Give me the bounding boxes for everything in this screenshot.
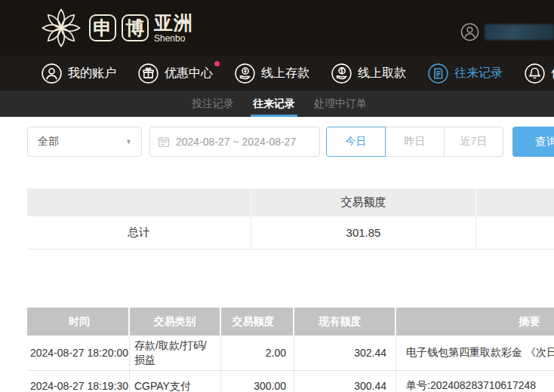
- brand-logo[interactable]: 申 博 亚洲 Shenbo: [38, 5, 193, 51]
- date-range-value: 2024-08-27 ~ 2024-08-27: [176, 136, 296, 148]
- nav-item-promotions[interactable]: 优惠中心: [138, 63, 213, 84]
- column-header-time: 时间: [27, 308, 130, 335]
- filter-bar: 全部 ▼ 2024-08-27 ~ 2024-08-27 今日 昨日 近7日 查…: [27, 127, 554, 157]
- flower-icon: [38, 5, 85, 51]
- nav-item-my-account[interactable]: 我的账户: [42, 63, 116, 84]
- yesterday-button[interactable]: 昨日: [385, 127, 445, 157]
- today-button[interactable]: 今日: [326, 127, 386, 157]
- column-header-balance: 现有额度: [294, 308, 396, 335]
- summary-total-row: 总计 301.85: [27, 216, 554, 250]
- user-account-area[interactable]: [460, 23, 554, 41]
- user-icon: [42, 63, 62, 84]
- nav-label: 信息: [551, 66, 554, 81]
- tab-transaction-records[interactable]: 往来记录: [253, 90, 295, 117]
- record-tabs: 投注记录 往来记录 处理中订单: [0, 90, 554, 117]
- nav-item-messages[interactable]: 信息: [525, 63, 554, 84]
- table-row: 2024-08-27 18:19:30 CGPAY支付 300.00 300.4…: [27, 371, 554, 392]
- cell-summary: 单号:202408283710617248: [396, 371, 554, 392]
- cell-time: 2024-08-27 18:20:00: [27, 335, 130, 370]
- summary-header-spacer: [27, 188, 251, 216]
- cell-amount: 2.00: [221, 335, 294, 370]
- nav-label: 优惠中心: [165, 66, 213, 81]
- table-row: 2024-08-27 18:20:00 存款/取款/打码/损益 2.00 302…: [27, 335, 554, 371]
- column-header-summary: 摘要: [396, 308, 554, 335]
- top-header: 申 博 亚洲 Shenbo: [0, 0, 554, 56]
- tab-pending-orders[interactable]: 处理中订单: [314, 90, 367, 117]
- cell-balance: 300.44: [294, 371, 396, 392]
- deposit-icon: [235, 63, 255, 84]
- logo-subtitle: Shenbo: [154, 34, 193, 43]
- logo-characters: 申 博: [89, 14, 149, 41]
- last7days-button[interactable]: 近7日: [444, 127, 503, 157]
- cell-balance: 302.44: [294, 335, 396, 370]
- cell-amount: 300.00: [221, 371, 294, 392]
- type-select-value: 全部: [38, 135, 59, 149]
- query-button[interactable]: 查询: [512, 127, 554, 157]
- column-header-amount: 交易额度: [221, 308, 294, 335]
- record-icon: [428, 63, 448, 84]
- cell-time: 2024-08-27 18:19:30: [27, 371, 130, 392]
- main-navigation: 我的账户 优惠中心 线上存款: [0, 56, 554, 90]
- nav-item-deposit[interactable]: 线上存款: [235, 63, 309, 84]
- nav-label: 往来记录: [454, 66, 503, 81]
- nav-label: 线上取款: [358, 66, 406, 81]
- logo-char-1: 申: [89, 14, 116, 41]
- summary-table: 交易额度 总计 301.85: [27, 188, 554, 250]
- quick-date-buttons: 今日 昨日 近7日: [326, 127, 503, 157]
- logo-region-text: 亚洲: [154, 14, 193, 32]
- nav-label: 线上存款: [261, 66, 309, 81]
- chevron-down-icon: ▼: [125, 138, 132, 145]
- cell-category: CGPAY支付: [130, 371, 221, 392]
- nav-item-transactions[interactable]: 往来记录: [428, 63, 503, 84]
- nav-item-withdraw[interactable]: 线上取款: [331, 63, 406, 84]
- table-header-row: 时间 交易类别 交易额度 现有额度 摘要: [27, 308, 554, 335]
- column-header-category: 交易类别: [130, 308, 221, 335]
- summary-total-label: 总计: [27, 216, 251, 249]
- nav-label: 我的账户: [68, 66, 116, 81]
- app-window: 申 博 亚洲 Shenbo 我的账户: [0, 0, 554, 392]
- summary-header-amount: 交易额度: [251, 188, 476, 216]
- logo-char-2: 博: [122, 14, 149, 41]
- date-range-input[interactable]: 2024-08-27 ~ 2024-08-27: [149, 127, 320, 157]
- transactions-table: 时间 交易类别 交易额度 现有额度 摘要 2024-08-27 18:20:00…: [27, 308, 554, 392]
- summary-header-spacer: [476, 188, 554, 216]
- avatar-icon[interactable]: [460, 23, 479, 41]
- tab-betting-records[interactable]: 投注记录: [192, 90, 234, 117]
- bell-icon: [525, 63, 545, 84]
- cell-category: 存款/取款/打码/损益: [130, 335, 221, 370]
- withdraw-icon: [331, 63, 352, 84]
- summary-total-value: 301.85: [251, 216, 476, 249]
- calendar-icon: [158, 136, 170, 148]
- type-select[interactable]: 全部 ▼: [27, 127, 142, 157]
- notification-dot: [214, 61, 220, 66]
- redacted-username: [485, 24, 554, 40]
- summary-table-header: 交易额度: [27, 188, 554, 216]
- cell-summary: 电子钱包第四重取款彩金 《次日16: [396, 335, 554, 370]
- summary-empty-cell: [476, 216, 554, 249]
- gift-icon: [138, 63, 159, 84]
